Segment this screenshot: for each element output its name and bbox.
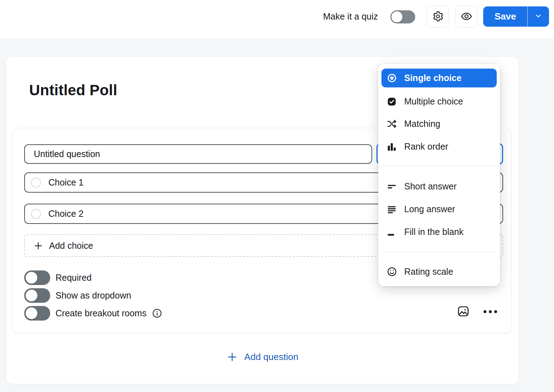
required-label: Required bbox=[56, 273, 91, 283]
add-question-button[interactable]: Add question bbox=[6, 349, 518, 365]
radio-selected-icon bbox=[386, 73, 397, 84]
save-button[interactable]: Save bbox=[483, 6, 527, 27]
show-as-dropdown-toggle[interactable] bbox=[24, 288, 50, 303]
menu-item-rank-order[interactable]: Rank order bbox=[381, 137, 497, 156]
menu-item-single-choice[interactable]: Single choice bbox=[381, 69, 497, 87]
radio-circle-icon bbox=[31, 178, 41, 188]
menu-item-rating-scale[interactable]: Rating scale bbox=[381, 262, 497, 281]
toggle-knob bbox=[26, 307, 37, 319]
plus-icon bbox=[33, 241, 43, 251]
menu-divider bbox=[381, 166, 497, 166]
short-answer-icon bbox=[386, 181, 397, 192]
menu-item-label: Matching bbox=[404, 119, 440, 129]
save-menu-button[interactable] bbox=[527, 6, 549, 27]
menu-item-long-answer[interactable]: Long answer bbox=[381, 200, 497, 219]
create-breakout-rooms-toggle[interactable] bbox=[24, 306, 50, 321]
add-choice-label: Add choice bbox=[49, 241, 93, 251]
menu-divider bbox=[381, 251, 497, 252]
menu-item-short-answer[interactable]: Short answer bbox=[381, 177, 497, 196]
save-split-button: Save bbox=[483, 6, 549, 27]
show-as-dropdown-label: Show as dropdown bbox=[56, 290, 131, 301]
menu-item-multiple-choice[interactable]: Multiple choice bbox=[381, 92, 497, 111]
underscore-icon bbox=[386, 227, 397, 237]
menu-item-label: Short answer bbox=[404, 181, 457, 192]
chevron-down-icon bbox=[534, 12, 542, 21]
toggle-knob bbox=[26, 290, 37, 301]
top-bar: Make it a quiz Save bbox=[0, 0, 554, 39]
question-title-input[interactable] bbox=[24, 144, 372, 164]
menu-item-label: Multiple choice bbox=[404, 96, 463, 107]
poll-title[interactable]: Untitled Poll bbox=[29, 82, 117, 99]
menu-item-label: Single choice bbox=[404, 73, 461, 83]
radio-circle-icon bbox=[31, 209, 41, 219]
info-icon[interactable] bbox=[152, 308, 162, 318]
long-answer-icon bbox=[386, 204, 397, 215]
toggle-knob bbox=[26, 272, 37, 284]
gear-icon bbox=[432, 11, 444, 23]
plus-icon bbox=[227, 351, 238, 363]
menu-item-label: Rating scale bbox=[404, 267, 453, 277]
choice-label: Choice 2 bbox=[48, 209, 84, 219]
menu-item-fill-in-the-blank[interactable]: Fill in the blank bbox=[381, 222, 497, 241]
menu-item-label: Long answer bbox=[404, 204, 455, 214]
more-options-button[interactable] bbox=[481, 304, 500, 319]
menu-item-matching[interactable]: Matching bbox=[381, 114, 497, 133]
add-question-label: Add question bbox=[244, 351, 299, 363]
choice-label: Choice 1 bbox=[48, 177, 84, 188]
create-breakout-rooms-label: Create breakout rooms bbox=[56, 308, 147, 318]
menu-item-label: Fill in the blank bbox=[404, 227, 464, 237]
question-type-menu: Single choice Multiple choice Matching bbox=[378, 64, 500, 286]
image-icon bbox=[457, 305, 470, 319]
preview-button[interactable] bbox=[455, 6, 478, 28]
shuffle-icon bbox=[386, 119, 397, 129]
menu-item-label: Rank order bbox=[404, 141, 448, 152]
smiley-icon bbox=[386, 267, 397, 277]
eye-icon bbox=[460, 10, 473, 23]
make-it-a-quiz-label: Make it a quiz bbox=[323, 11, 378, 22]
make-it-a-quiz-toggle[interactable] bbox=[390, 10, 415, 23]
ellipsis-icon bbox=[484, 310, 486, 313]
bar-chart-icon bbox=[386, 141, 397, 152]
toggle-knob bbox=[391, 11, 402, 22]
checkbox-icon bbox=[386, 96, 397, 107]
add-image-button[interactable] bbox=[455, 304, 471, 319]
settings-button[interactable] bbox=[427, 6, 449, 28]
required-toggle[interactable] bbox=[24, 270, 50, 285]
